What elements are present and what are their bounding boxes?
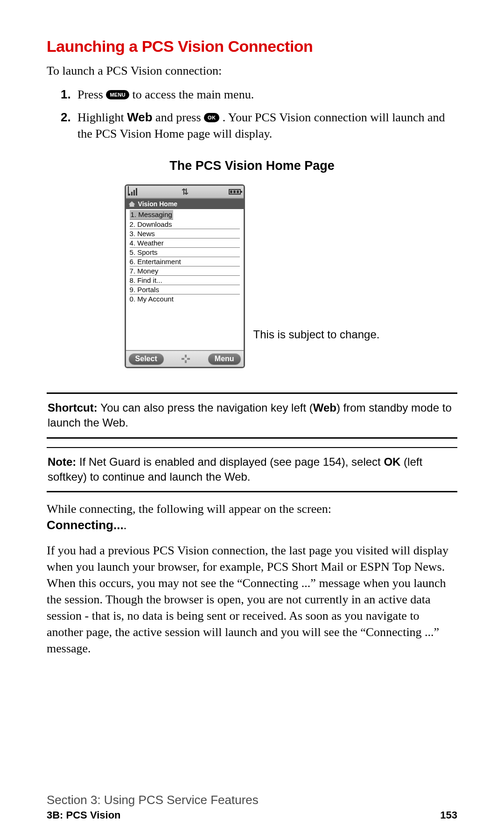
step-1: 1. Press MENU to access the main menu. xyxy=(61,86,457,103)
footer-subsection: 3B: PCS Vision xyxy=(47,809,121,821)
connecting-label: Connecting... xyxy=(47,518,124,532)
page-heading: Launching a PCS Vision Connection xyxy=(47,37,457,56)
text: Highlight xyxy=(77,111,127,124)
text: Press xyxy=(77,88,106,101)
signal-icon xyxy=(129,188,140,196)
phone-status-bar: ⇅ xyxy=(126,186,244,199)
long-paragraph: If you had a previous PCS Vision connect… xyxy=(47,542,457,657)
list-item: 2. Downloads xyxy=(130,220,240,229)
list-item: 1. Messaging xyxy=(130,210,173,220)
step-body: Press MENU to access the main menu. xyxy=(77,86,457,103)
step-number: 1. xyxy=(61,86,73,103)
text: While connecting, the following will app… xyxy=(47,502,331,516)
web-label: Web xyxy=(127,110,152,124)
shortcut-box: Shortcut: You can also press the navigat… xyxy=(47,394,457,437)
list-item: 8. Find it... xyxy=(130,276,240,285)
list-item: 4. Weather xyxy=(130,238,240,248)
note-box: Note: If Net Guard is enabled and displa… xyxy=(47,448,457,491)
shortcut-lead: Shortcut: xyxy=(48,401,100,414)
list-item: 7. Money xyxy=(130,266,240,276)
text: If Net Guard is enabled and displayed (s… xyxy=(79,455,384,468)
phone-screen: ⇅ Vision Home 1. Messaging 2. Downloads … xyxy=(125,184,245,368)
text: and press xyxy=(155,111,204,124)
navpad-icon xyxy=(182,355,190,363)
phone-title-bar: Vision Home xyxy=(126,199,244,209)
step-number: 2. xyxy=(61,109,73,142)
text: . xyxy=(124,518,127,532)
phone-menu-list: 1. Messaging 2. Downloads 3. News 4. Wea… xyxy=(126,209,244,305)
battery-icon xyxy=(229,189,241,195)
ok-key-icon: OK xyxy=(204,113,219,122)
list-item: 6. Entertainment xyxy=(130,257,240,266)
divider xyxy=(47,491,457,492)
connecting-paragraph: While connecting, the following will app… xyxy=(47,501,457,533)
home-icon xyxy=(129,201,135,207)
phone-figure: ⇅ Vision Home 1. Messaging 2. Downloads … xyxy=(47,184,457,368)
footer-section: Section 3: Using PCS Service Features xyxy=(47,793,457,807)
text: to access the main menu. xyxy=(133,88,254,101)
steps-list: 1. Press MENU to access the main menu. 2… xyxy=(61,86,457,142)
web-label: Web xyxy=(313,401,336,414)
subheading: The PCS Vision Home Page xyxy=(47,159,457,173)
softkey-left: Select xyxy=(129,353,164,364)
data-arrows-icon: ⇅ xyxy=(182,187,187,197)
list-item: 5. Sports xyxy=(130,248,240,257)
list-item: 0. My Account xyxy=(130,294,240,303)
intro-text: To launch a PCS Vision connection: xyxy=(47,64,457,78)
phone-title: Vision Home xyxy=(138,200,178,208)
page-footer: Section 3: Using PCS Service Features 3B… xyxy=(47,793,457,821)
phone-softkey-bar: Select Menu xyxy=(126,350,244,367)
step-body: Highlight Web and press OK . Your PCS Vi… xyxy=(77,109,457,142)
softkey-right: Menu xyxy=(208,353,241,364)
phone-empty-area xyxy=(126,305,244,350)
figure-caption: This is subject to change. xyxy=(253,328,380,341)
menu-key-icon: MENU xyxy=(106,90,129,99)
note-lead: Note: xyxy=(48,455,79,468)
manual-page: Launching a PCS Vision Connection To lau… xyxy=(0,0,504,840)
page-number: 153 xyxy=(440,809,457,821)
step-2: 2. Highlight Web and press OK . Your PCS… xyxy=(61,109,457,142)
text: You can also press the navigation key le… xyxy=(100,401,313,414)
ok-label: OK xyxy=(384,455,400,468)
list-item: 9. Portals xyxy=(130,285,240,294)
list-item: 3. News xyxy=(130,229,240,238)
